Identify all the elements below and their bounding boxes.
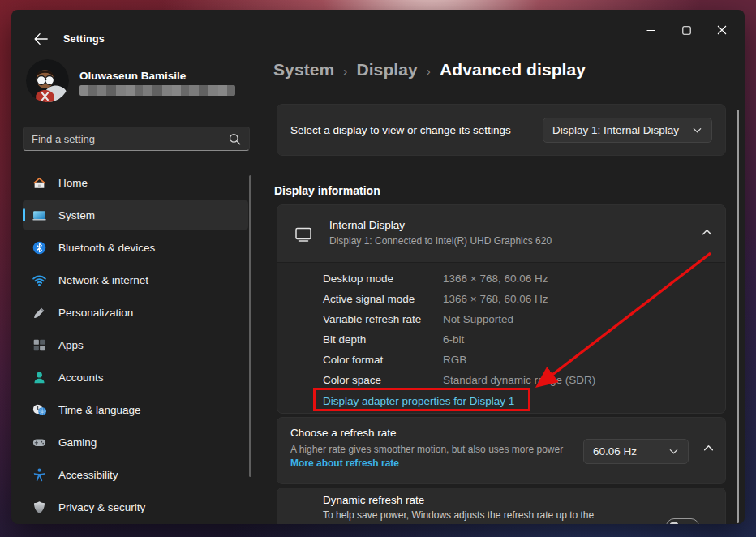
sidebar-item-gaming[interactable]: Gaming [23, 427, 248, 457]
detail-value: 6-bit [443, 333, 464, 346]
sidebar-item-network-internet[interactable]: Network & internet [23, 265, 248, 294]
time-language-icon [32, 402, 47, 418]
personalization-icon [32, 305, 47, 320]
detail-label: Desktop mode [323, 273, 443, 285]
display-information-card: Internal Display Display 1: Connected to… [277, 204, 726, 414]
privacy-icon [32, 500, 47, 515]
sidebar-item-label: Time & language [58, 404, 141, 416]
collapse-refresh-rate-button[interactable] [702, 442, 715, 457]
display-detail-row: Active signal mode1366 × 768, 60.06 Hz [323, 289, 725, 309]
breadcrumb-display[interactable]: Display [356, 60, 417, 79]
home-icon [32, 175, 47, 191]
refresh-rate-dropdown[interactable]: 60.06 Hz [583, 439, 689, 464]
refresh-rate-description: A higher rate gives smoother motion, but… [290, 443, 570, 470]
detail-value: Not Supported [443, 313, 513, 325]
sidebar-item-label: Bluetooth & devices [58, 242, 155, 254]
search-box[interactable] [23, 127, 250, 151]
sidebar-item-apps[interactable]: Apps [23, 330, 248, 359]
avatar-image [26, 59, 69, 102]
display-detail-row: Color formatRGB [323, 350, 725, 370]
dynamic-refresh-rate-toggle[interactable] [666, 518, 699, 524]
minimize-button[interactable] [633, 18, 668, 42]
search-input[interactable] [32, 127, 218, 150]
window-title: Settings [63, 33, 105, 45]
network-icon [32, 273, 47, 288]
display-selector-label: Select a display to view or change its s… [290, 124, 511, 136]
detail-label: Variable refresh rate [323, 313, 443, 325]
monitor-icon [294, 225, 313, 247]
chevron-down-icon [692, 125, 702, 135]
dynamic-refresh-rate-description: To help save power, Windows adjusts the … [323, 509, 594, 521]
sidebar-nav: HomeSystemBluetooth & devicesNetwork & i… [23, 168, 248, 524]
display-detail-row: Bit depth6-bit [323, 329, 725, 350]
sidebar-item-home[interactable]: Home [23, 168, 248, 197]
sidebar-item-label: Apps [58, 339, 84, 351]
detail-label: Bit depth [323, 333, 443, 346]
display-information-header[interactable]: Internal Display Display 1: Connected to… [277, 205, 725, 262]
refresh-rate-card: Choose a refresh rate A higher rate give… [277, 417, 726, 484]
dynamic-refresh-rate-title: Dynamic refresh rate [323, 494, 424, 506]
sidebar-item-personalization[interactable]: Personalization [23, 298, 248, 327]
sidebar-item-system[interactable]: System [23, 200, 248, 230]
sidebar-item-privacy-security[interactable]: Privacy & security [23, 492, 248, 522]
toggle-knob [669, 522, 679, 524]
sidebar-item-label: Privacy & security [58, 501, 145, 513]
maximize-icon [682, 26, 691, 35]
display-selector-value: Display 1: Internal Display [552, 124, 679, 136]
profile-email-redacted [79, 85, 235, 96]
display-selector-card: Select a display to view or change its s… [277, 104, 726, 156]
profile-name: Oluwaseun Bamisile [79, 70, 186, 82]
breadcrumb: System › Display › Advanced display [273, 60, 586, 79]
accounts-icon [32, 370, 47, 385]
sidebar-item-accounts[interactable]: Accounts [23, 363, 248, 392]
back-button[interactable] [29, 29, 52, 50]
window-controls [633, 18, 740, 42]
sidebar-scrollbar[interactable] [249, 175, 251, 477]
sidebar-item-time-language[interactable]: Time & language [23, 395, 248, 424]
sidebar-item-label: Gaming [58, 436, 97, 449]
refresh-rate-title: Choose a refresh rate [290, 427, 397, 439]
display-card-title: Internal Display [329, 219, 405, 231]
display-adapter-properties-link[interactable]: Display adapter properties for Display 1 [323, 395, 514, 407]
detail-value: RGB [443, 354, 466, 366]
more-about-refresh-rate-link[interactable]: More about refresh rate [290, 458, 399, 469]
detail-label: Active signal mode [323, 293, 443, 305]
detail-label: Color format [323, 354, 443, 366]
bluetooth-icon [32, 240, 47, 256]
section-title: Display information [274, 184, 380, 197]
detail-value: Standard dynamic range (SDR) [443, 374, 595, 386]
display-detail-row: Desktop mode1366 × 768, 60.06 Hz [323, 268, 725, 289]
collapse-display-info-button[interactable] [701, 226, 713, 241]
back-arrow-icon [32, 32, 49, 46]
sidebar-item-bluetooth-devices[interactable]: Bluetooth & devices [23, 233, 248, 262]
detail-label: Color space [323, 374, 443, 386]
selection-indicator [23, 208, 25, 221]
sidebar-item-label: Accounts [58, 372, 104, 384]
sidebar-item-label: System [58, 209, 95, 221]
sidebar-item-accessibility[interactable]: Accessibility [23, 460, 248, 489]
refresh-rate-value: 60.06 Hz [593, 445, 637, 458]
page-title: Advanced display [440, 60, 586, 79]
sidebar-item-label: Network & internet [58, 274, 148, 286]
close-button[interactable] [704, 18, 740, 42]
display-detail-rows: Desktop mode1366 × 768, 60.06 HzActive s… [277, 268, 725, 390]
main-scrollbar[interactable] [737, 110, 739, 523]
breadcrumb-separator-icon: › [427, 62, 431, 78]
avatar[interactable] [26, 59, 69, 102]
display-detail-row: Color spaceStandard dynamic range (SDR) [323, 370, 725, 390]
sidebar-item-label: Home [58, 177, 88, 189]
accessibility-icon [32, 467, 47, 483]
close-icon [717, 25, 727, 35]
chevron-down-icon [668, 446, 679, 457]
sidebar-item-label: Accessibility [58, 469, 118, 481]
display-details-panel: Desktop mode1366 × 768, 60.06 HzActive s… [277, 262, 725, 413]
detail-value: 1366 × 768, 60.06 Hz [443, 293, 548, 305]
apps-icon [32, 337, 47, 353]
breadcrumb-system[interactable]: System [273, 60, 334, 79]
system-icon [32, 208, 47, 223]
maximize-button[interactable] [668, 18, 704, 42]
search-icon [228, 132, 242, 149]
display-detail-row: Variable refresh rateNot Supported [323, 309, 725, 329]
display-selector-dropdown[interactable]: Display 1: Internal Display [543, 118, 712, 143]
display-card-subtitle: Display 1: Connected to Intel(R) UHD Gra… [329, 235, 552, 247]
